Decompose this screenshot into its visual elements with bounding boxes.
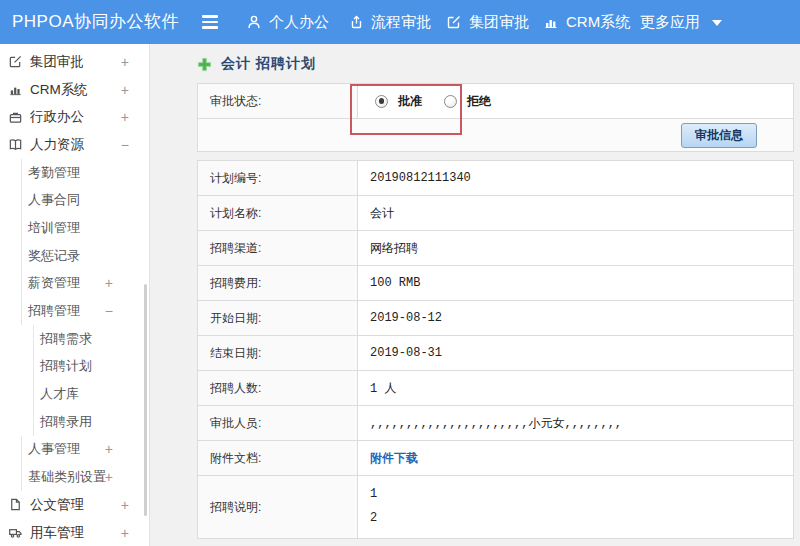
row-label: 招聘费用: (198, 266, 358, 300)
details-table: 计划编号: 20190812111340 计划名称: 会计 招聘渠道: 网络招聘… (197, 160, 794, 539)
expand-toggle[interactable]: + (105, 276, 113, 290)
sidebar-item-human-resources[interactable]: 人力资源 − (0, 131, 149, 159)
nav-label: 集团审批 (469, 13, 529, 32)
row-label: 招聘说明: (198, 476, 358, 538)
table-row: 结束日期: 2019-08-31 (198, 335, 793, 370)
radio-approve-label: 批准 (398, 93, 422, 110)
sidebar-item-label: 培训管理 (28, 219, 80, 237)
sidebar-item-admin-office[interactable]: 行政办公 + (0, 103, 149, 131)
sidebar-scrollbar[interactable] (144, 284, 147, 516)
nav-personal-office[interactable]: 个人办公 (246, 0, 329, 44)
approval-info-button[interactable]: 审批信息 (681, 123, 757, 148)
nav-label: 更多应用 (640, 13, 700, 32)
page-title: 会计 招聘计划 (221, 55, 316, 73)
nav-label: 流程审批 (371, 13, 431, 32)
row-label: 招聘人数: (198, 371, 358, 405)
note-line: 2 (370, 506, 793, 530)
row-value: ,,,,,,,,,,,,,,,,,,,,,,小元女,,,,,,,, (358, 406, 793, 440)
sidebar-item-crm-system[interactable]: CRM系统 + (0, 76, 149, 104)
row-label: 结束日期: (198, 336, 358, 370)
sidebar-item-label: 奖惩记录 (28, 247, 80, 265)
document-icon (8, 497, 23, 512)
sidebar-item-label: 薪资管理 (28, 274, 80, 292)
expand-toggle[interactable]: − (121, 138, 129, 152)
person-icon (246, 14, 262, 30)
sidebar-item-vehicle-mgmt[interactable]: 用车管理 + (0, 519, 149, 546)
attachment-download-link[interactable]: 附件下载 (370, 450, 418, 467)
add-plus-icon[interactable] (197, 57, 212, 72)
sidebar-item-recruit-hire[interactable]: 招聘录用 (33, 408, 149, 436)
sidebar-item-label: 基础类别设置 (28, 468, 106, 486)
nav-label: 个人办公 (269, 13, 329, 32)
edit-icon (446, 14, 462, 30)
book-icon (8, 137, 23, 152)
sidebar-item-label: 招聘管理 (28, 302, 80, 320)
sidebar-item-label: 人力资源 (30, 136, 84, 154)
row-label: 计划编号: (198, 161, 358, 195)
truck-icon (8, 525, 23, 540)
sidebar-item-talent-pool[interactable]: 人才库 (33, 380, 149, 408)
hamburger-menu-icon[interactable] (202, 15, 220, 29)
sidebar-item-group-approval[interactable]: 集团审批 + (0, 48, 149, 76)
expand-toggle[interactable]: + (105, 470, 113, 484)
sidebar-item-base-category[interactable]: 基础类别设置 + (21, 463, 149, 491)
row-label: 开始日期: (198, 301, 358, 335)
sidebar-item-salary[interactable]: 薪资管理 + (21, 270, 149, 298)
sidebar-item-label: 人才库 (40, 385, 79, 403)
sidebar-item-training[interactable]: 培训管理 (21, 214, 149, 242)
radio-reject-label: 拒绝 (467, 93, 491, 110)
sidebar-item-label: 人事管理 (28, 440, 80, 458)
sidebar-item-recruit-plan[interactable]: 招聘计划 (33, 353, 149, 381)
sidebar-item-reward-punishment[interactable]: 奖惩记录 (21, 242, 149, 270)
row-label: 招聘渠道: (198, 231, 358, 265)
expand-toggle[interactable]: + (105, 442, 113, 456)
nav-process-approval[interactable]: 流程审批 (348, 0, 431, 44)
nav-more-apps[interactable]: 更多应用 (640, 0, 700, 44)
table-row: 附件文档: 附件下载 (198, 440, 793, 475)
expand-toggle[interactable]: + (121, 498, 129, 512)
expand-toggle[interactable]: + (121, 83, 129, 97)
table-row: 招聘费用: 100 RMB (198, 265, 793, 300)
note-line: 1 (370, 482, 793, 506)
sidebar-item-label: 招聘录用 (40, 413, 92, 431)
row-value: 会计 (358, 196, 793, 230)
table-row: 计划编号: 20190812111340 (198, 161, 793, 195)
table-row: 招聘说明: 1 2 (198, 475, 793, 538)
sidebar-item-document-mgmt[interactable]: 公文管理 + (0, 491, 149, 519)
app-window: PHPOA协同办公软件 个人办公 流程审批 集团审批 (0, 0, 800, 546)
sidebar-item-hr-contract[interactable]: 人事合同 (21, 186, 149, 214)
expand-toggle[interactable]: + (121, 110, 129, 124)
sidebar-item-personnel-mgmt[interactable]: 人事管理 + (21, 436, 149, 464)
table-row: 计划名称: 会计 (198, 195, 793, 230)
sidebar-item-label: 人事合同 (28, 191, 80, 209)
nav-group-approval[interactable]: 集团审批 (446, 0, 529, 44)
page-header: 会计 招聘计划 (197, 55, 316, 73)
table-row: 审批人员: ,,,,,,,,,,,,,,,,,,,,,,小元女,,,,,,,, (198, 405, 793, 440)
approval-radio-group: 批准 拒绝 (370, 93, 503, 110)
radio-reject[interactable] (444, 95, 457, 108)
table-row: 招聘渠道: 网络招聘 (198, 230, 793, 265)
expand-toggle[interactable]: + (121, 526, 129, 540)
sidebar-item-recruit-mgmt[interactable]: 招聘管理 − (21, 297, 149, 325)
bar-chart-icon (8, 82, 23, 97)
row-label: 附件文档: (198, 441, 358, 475)
table-row: 审批信息 (198, 118, 793, 151)
row-label: 审批人员: (198, 406, 358, 440)
row-value: 2019-08-31 (358, 336, 793, 370)
expand-toggle[interactable]: + (121, 55, 129, 69)
sidebar: 集团审批 + CRM系统 + 行政办公 + 人 (0, 44, 150, 546)
edit-icon (8, 54, 23, 69)
expand-toggle[interactable]: − (105, 304, 113, 318)
sidebar-item-recruit-demand[interactable]: 招聘需求 (33, 325, 149, 353)
table-row: 招聘人数: 1 人 (198, 370, 793, 405)
row-value: 1 2 (358, 476, 793, 538)
sidebar-item-label: 考勤管理 (28, 164, 80, 182)
caret-down-icon[interactable] (712, 20, 722, 26)
sidebar-item-label: 公文管理 (30, 496, 84, 514)
workflow-icon (348, 14, 364, 30)
sidebar-item-attendance[interactable]: 考勤管理 (21, 159, 149, 187)
radio-approve[interactable] (375, 95, 388, 108)
nav-crm-system[interactable]: CRM系统 (543, 0, 630, 44)
sidebar-item-label: 招聘需求 (40, 330, 92, 348)
row-value: 20190812111340 (358, 161, 793, 195)
